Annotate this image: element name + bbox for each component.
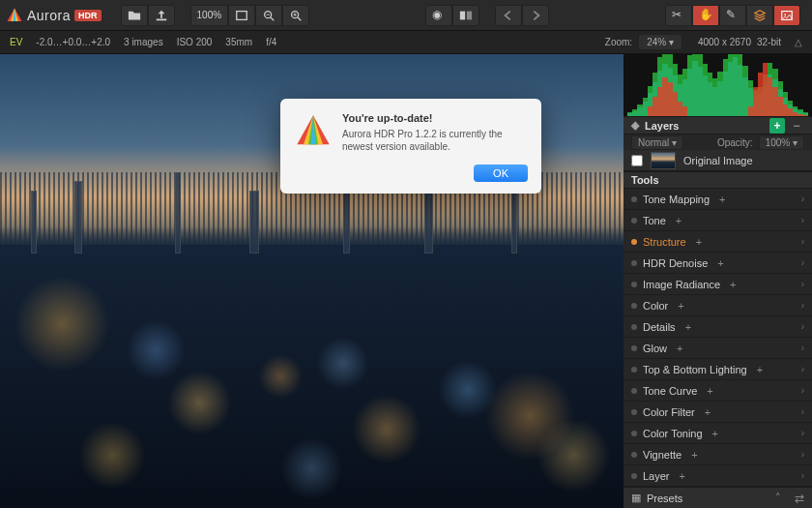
app-badge: HDR: [74, 10, 102, 21]
plus-icon: +: [691, 449, 697, 461]
tool-item-tone[interactable]: Tone+›: [624, 210, 812, 231]
bullet-icon: [631, 239, 637, 245]
aurora-logo-icon: [6, 7, 23, 24]
tool-item-layer[interactable]: Layer+›: [624, 465, 812, 487]
tool-item-details[interactable]: Details+›: [624, 316, 812, 338]
tool-item-top-bottom-lighting[interactable]: Top & Bottom Lighting+›: [624, 359, 812, 380]
chevron-right-icon: ›: [801, 300, 804, 311]
chevron-right-icon: ›: [801, 470, 804, 481]
presets-bar[interactable]: ▦ Presets ˄ ⇄: [624, 487, 812, 508]
export-button[interactable]: [148, 5, 175, 26]
bit-depth: 32-bit: [757, 37, 781, 47]
histogram-panel[interactable]: [624, 54, 812, 116]
tool-label: Color: [643, 300, 668, 312]
presets-expand-icon[interactable]: ˄: [775, 492, 781, 504]
bullet-icon: [631, 452, 637, 458]
plus-icon: +: [719, 194, 725, 205]
layers-tool-button[interactable]: [746, 5, 773, 26]
bullet-icon: [631, 218, 637, 224]
preview-eye-button[interactable]: ◉: [425, 5, 452, 26]
chevron-right-icon: ›: [801, 385, 804, 396]
zoom-label: Zoom:: [605, 37, 632, 47]
layer-visibility-checkbox[interactable]: [631, 155, 643, 166]
chevron-right-icon: ›: [801, 343, 804, 353]
tool-item-glow[interactable]: Glow+›: [624, 338, 812, 359]
svg-rect-7: [467, 11, 472, 19]
focal-length: 35mm: [225, 37, 252, 47]
opacity-value-dropdown[interactable]: 100% ▾: [759, 135, 804, 150]
app-name: Aurora: [27, 8, 71, 23]
tool-label: Top & Bottom Lighting: [643, 364, 747, 375]
bullet-icon: [631, 282, 637, 287]
tool-item-vignette[interactable]: Vignette+›: [624, 444, 812, 465]
plus-icon: +: [676, 215, 682, 226]
ev-values: -2.0…+0.0…+2.0: [36, 37, 110, 47]
crop-tool-button[interactable]: ✂: [665, 5, 692, 26]
image-count: 3 images: [124, 37, 163, 47]
bullet-icon: [631, 367, 637, 373]
open-file-button[interactable]: [121, 5, 148, 26]
redo-button[interactable]: [522, 5, 549, 26]
chevron-right-icon: ›: [801, 194, 804, 204]
undo-button[interactable]: [495, 5, 522, 26]
hand-tool-button[interactable]: ✋: [692, 5, 719, 26]
plus-icon: +: [680, 470, 685, 482]
tool-item-tone-curve[interactable]: Tone Curve+›: [624, 380, 812, 402]
tool-label: Layer: [643, 470, 670, 482]
plus-icon: +: [705, 406, 710, 418]
tool-label: Tone: [643, 215, 666, 226]
tool-label: Tone Curve: [643, 385, 697, 397]
compare-button[interactable]: [452, 5, 479, 26]
bullet-icon: [631, 196, 637, 202]
aurora-app-icon: [294, 112, 333, 151]
add-layer-button[interactable]: +: [769, 118, 785, 134]
bullet-icon: [631, 303, 637, 309]
svg-rect-3: [237, 11, 247, 19]
presets-shuffle-icon[interactable]: ⇄: [795, 492, 804, 505]
plus-icon: +: [730, 279, 736, 290]
layers-title: Layers: [645, 120, 679, 132]
aperture-value: f/4: [266, 37, 276, 47]
image-dimensions: 4000 x 2670: [698, 37, 751, 47]
tool-item-tone-mapping[interactable]: Tone Mapping+›: [624, 189, 812, 210]
blend-mode-dropdown[interactable]: Normal ▾: [631, 135, 683, 150]
tool-label: Color Filter: [643, 406, 695, 418]
tool-item-color[interactable]: Color+›: [624, 295, 812, 316]
tool-item-color-filter[interactable]: Color Filter+›: [624, 402, 812, 423]
tool-label: Structure: [643, 236, 686, 248]
bullet-icon: [631, 260, 637, 266]
eye-icon[interactable]: ◈: [631, 119, 639, 132]
plus-icon: +: [712, 428, 718, 439]
presets-grid-icon: ▦: [631, 492, 641, 504]
fit-screen-button[interactable]: [228, 5, 255, 26]
info-bar: EV -2.0…+0.0…+2.0 3 images ISO 200 35mm …: [0, 31, 812, 54]
tool-item-hdr-denoise[interactable]: HDR Denoise+›: [624, 253, 812, 274]
zoom-out-button[interactable]: [255, 5, 282, 26]
dialog-ok-button[interactable]: OK: [474, 164, 528, 182]
ev-label: EV: [10, 37, 22, 47]
plus-icon: +: [707, 385, 712, 397]
app-logo: Aurora HDR: [6, 7, 102, 24]
layers-panel-header: ◈ Layers + −: [624, 116, 812, 134]
tools-title: Tools: [631, 174, 659, 186]
histogram-toggle-icon[interactable]: △: [795, 37, 802, 47]
tool-label: Glow: [643, 343, 667, 354]
tool-item-image-radiance[interactable]: Image Radiance+›: [624, 274, 812, 295]
tool-item-structure[interactable]: Structure+›: [624, 231, 812, 253]
chevron-right-icon: ›: [801, 449, 804, 460]
plus-icon: +: [677, 343, 682, 354]
layer-options-row: Normal ▾ Opacity: 100% ▾: [624, 134, 812, 150]
tool-label: Details: [643, 321, 676, 333]
image-tool-button[interactable]: [773, 5, 800, 26]
brush-tool-button[interactable]: ✎: [719, 5, 746, 26]
tool-item-color-toning[interactable]: Color Toning+›: [624, 423, 812, 444]
zoom-value-dropdown[interactable]: 24% ▾: [638, 34, 682, 50]
bullet-icon: [631, 431, 637, 436]
remove-layer-button[interactable]: −: [789, 118, 804, 134]
svg-point-9: [784, 14, 786, 15]
zoom-100-button[interactable]: 100%: [190, 5, 229, 26]
chevron-right-icon: ›: [801, 364, 804, 374]
zoom-in-button[interactable]: [282, 5, 309, 26]
presets-label: Presets: [647, 493, 682, 504]
layer-row[interactable]: Original Image: [624, 150, 812, 171]
